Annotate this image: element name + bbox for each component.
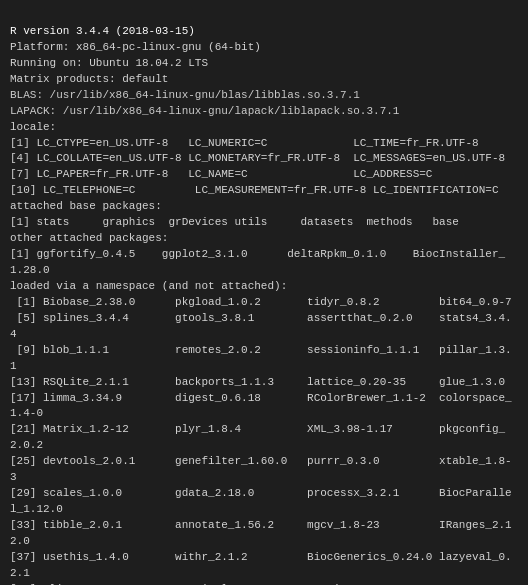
console-line: [17] limma_3.34.9 digest_0.6.18 RColorBr… <box>10 391 518 423</box>
console-line: [37] usethis_1.4.0 withr_2.1.2 BiocGener… <box>10 550 518 582</box>
console-line: BLAS: /usr/lib/x86_64-linux-gnu/blas/lib… <box>10 88 518 104</box>
console-line: [1] stats graphics grDevices utils datas… <box>10 215 518 231</box>
console-line: [29] scales_1.0.0 gdata_2.18.0 processx_… <box>10 486 518 518</box>
console-line: other attached packages: <box>10 231 518 247</box>
console-line: [4] LC_COLLATE=en_US.UTF-8 LC_MONETARY=f… <box>10 151 518 167</box>
console-line: attached base packages: <box>10 199 518 215</box>
console-line: [1] LC_CTYPE=en_US.UTF-8 LC_NUMERIC=C LC… <box>10 136 518 152</box>
console-line: Platform: x86_64-pc-linux-gnu (64-bit) <box>10 40 518 56</box>
console-line: [21] Matrix_1.2-12 plyr_1.8.4 XML_3.98-1… <box>10 422 518 454</box>
console-line: [10] LC_TELEPHONE=C LC_MEASUREMENT=fr_FR… <box>10 183 518 199</box>
console-line: [13] RSQLite_2.1.1 backports_1.1.3 latti… <box>10 375 518 391</box>
console-line: LAPACK: /usr/lib/x86_64-linux-gnu/lapack… <box>10 104 518 120</box>
console-line: R version 3.4.4 (2018-03-15) <box>10 24 518 40</box>
console-line: [9] blob_1.1.1 remotes_2.0.2 sessioninfo… <box>10 343 518 375</box>
console-line: Running on: Ubuntu 18.04.2 LTS <box>10 56 518 72</box>
console-line: [25] devtools_2.0.1 genefilter_1.60.0 pu… <box>10 454 518 486</box>
console-line: [33] tibble_2.0.1 annotate_1.56.2 mgcv_1… <box>10 518 518 550</box>
console-line: locale: <box>10 120 518 136</box>
console-line: loaded via a namespace (and not attached… <box>10 279 518 295</box>
console-line: [1] Biobase_2.38.0 pkgload_1.0.2 tidyr_0… <box>10 295 518 311</box>
console-line: [5] splines_3.4.4 gtools_3.8.1 asserttha… <box>10 311 518 343</box>
console-line: [7] LC_PAPER=fr_FR.UTF-8 LC_NAME=C LC_AD… <box>10 167 518 183</box>
console-line: Matrix products: default <box>10 72 518 88</box>
console-line: [1] ggfortify_0.4.5 ggplot2_3.1.0 deltaR… <box>10 247 518 279</box>
console-output: R version 3.4.4 (2018-03-15)Platform: x8… <box>10 8 518 585</box>
